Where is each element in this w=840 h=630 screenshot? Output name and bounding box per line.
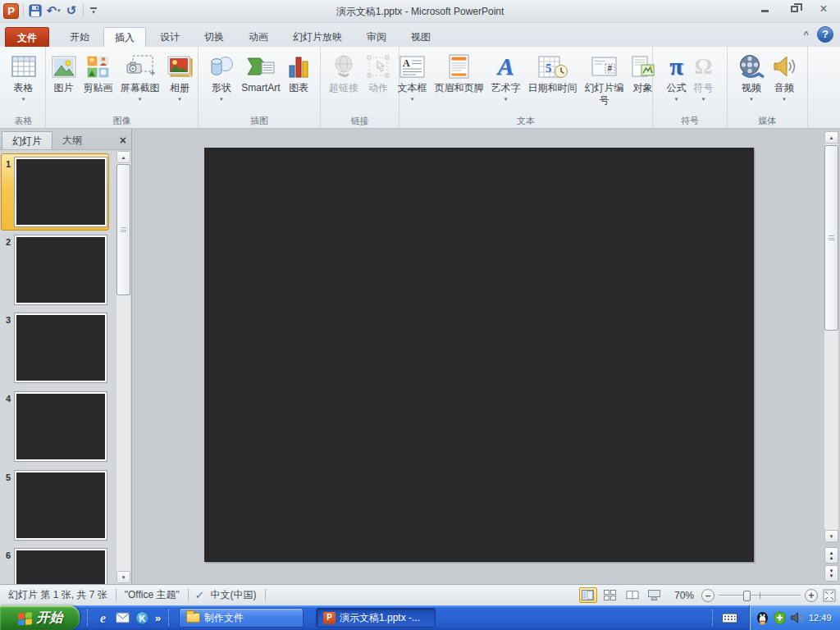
group-label: 媒体 — [729, 114, 806, 128]
fit-to-window-button[interactable] — [822, 588, 837, 603]
security-shield-icon[interactable] — [774, 611, 786, 625]
tab-review[interactable]: 审阅 — [356, 27, 397, 47]
photo-album-button[interactable]: 相册 ▾ — [164, 49, 196, 103]
slide-thumbnail-1[interactable]: 1 — [1, 153, 109, 231]
date-time-button[interactable]: 5 日期和时间 — [525, 49, 581, 94]
slider-knob[interactable] — [743, 591, 751, 601]
zoom-out-button[interactable]: – — [701, 589, 714, 602]
panel-scrollbar[interactable]: ▲ ▼ — [116, 151, 130, 583]
divider — [116, 589, 116, 601]
tab-slideshow[interactable]: 幻灯片放映 — [282, 27, 353, 47]
scrollbar-track[interactable] — [116, 163, 130, 571]
tab-animations[interactable]: 动画 — [238, 27, 279, 47]
help-button[interactable]: ? — [817, 26, 833, 43]
tab-view[interactable]: 视图 — [400, 27, 441, 47]
scrollbar-thumb[interactable] — [824, 145, 838, 331]
tab-design[interactable]: 设计 — [149, 27, 190, 47]
scroll-up-button[interactable]: ▲ — [824, 131, 838, 144]
slide-thumbnail-6[interactable]: 6 — [2, 549, 107, 584]
audio-button[interactable]: 音频 ▾ — [769, 49, 800, 103]
scrollbar-track[interactable] — [824, 144, 838, 530]
slide-thumbnail-3[interactable]: 3 — [2, 313, 107, 382]
taskbar-button-folder[interactable]: 制作文件 — [179, 608, 304, 628]
status-bar: 幻灯片 第 1 张, 共 7 张 "Office 主题" ✓ 中文(中国) 70… — [0, 584, 840, 605]
close-button[interactable]: × — [812, 2, 835, 16]
collapse-ribbon-button[interactable]: ^ — [804, 30, 809, 39]
clipart-button[interactable]: 剪贴画 — [80, 49, 116, 94]
tab-transitions[interactable]: 切换 — [194, 27, 235, 47]
header-footer-icon — [449, 54, 469, 79]
equation-button[interactable]: π 公式 ▾ — [664, 49, 690, 103]
slide-sorter-view-button[interactable] — [601, 587, 619, 603]
start-label: 开始 — [37, 609, 63, 627]
windows-logo-icon — [17, 610, 33, 625]
textbox-button[interactable]: A 文本框 ▾ — [395, 49, 431, 103]
chevron-down-icon: ▾ — [139, 96, 142, 103]
language-indicator[interactable]: 中文(中国) — [209, 588, 258, 602]
shapes-icon — [208, 55, 234, 79]
slide-counter[interactable]: 幻灯片 第 1 张, 共 7 张 — [7, 588, 109, 602]
table-button[interactable]: 表格 ▾ — [8, 49, 39, 103]
next-slide-button[interactable]: ▼ ▼ — [824, 565, 838, 582]
divider — [712, 609, 713, 626]
double-up-arrow-icon: ▲ — [829, 555, 834, 560]
tab-slides-thumbnails[interactable]: 幻灯片 — [2, 131, 52, 149]
scroll-down-button[interactable]: ▼ — [116, 571, 130, 583]
zoom-in-button[interactable]: + — [805, 589, 818, 602]
picture-button[interactable]: 图片 — [48, 49, 80, 94]
qq-tray-icon[interactable] — [756, 610, 769, 625]
wordart-button[interactable]: A 艺术字 ▾ — [488, 49, 524, 103]
slide-thumbnail-4[interactable]: 4 — [2, 392, 107, 461]
main-scrollbar[interactable]: ▲ ▼ ▲ ▲ ▼ ▼ — [824, 131, 838, 582]
close-panel-button[interactable]: × — [120, 135, 126, 146]
mail-icon[interactable] — [116, 612, 130, 623]
quick-launch-app-icon[interactable]: K — [135, 611, 149, 625]
theme-name[interactable]: "Office 主题" — [123, 588, 181, 602]
start-button[interactable]: 开始 — [0, 605, 80, 630]
group-label: 插图 — [200, 114, 318, 128]
scroll-up-button[interactable]: ▲ — [116, 151, 130, 163]
header-footer-button[interactable]: 页眉和页脚 — [431, 49, 487, 94]
slideshow-icon — [648, 590, 660, 600]
reading-view-icon — [626, 590, 639, 600]
screenshot-button[interactable]: 屏幕截图 ▾ — [117, 49, 163, 103]
chevron-down-icon: ▾ — [675, 96, 678, 103]
slide-sorter-icon — [604, 590, 616, 600]
ribbon-tab-row: 文件 开始 插入 设计 切换 动画 幻灯片放映 审阅 视图 — [0, 23, 840, 47]
slide-number-button[interactable]: # 幻灯片编号 — [582, 49, 628, 107]
current-slide[interactable] — [204, 148, 754, 562]
smartart-button[interactable]: SmartArt — [238, 49, 283, 94]
spellcheck-icon[interactable]: ✓ — [194, 589, 205, 601]
chart-button[interactable]: 图表 — [285, 49, 313, 94]
zoom-slider[interactable] — [719, 589, 801, 602]
window-title: 演示文稿1.pptx - Microsoft PowerPoint — [0, 5, 840, 19]
group-label: 表格 — [3, 114, 43, 128]
internet-explorer-icon[interactable]: e — [96, 611, 110, 625]
tab-outline[interactable]: 大纲 — [52, 131, 92, 149]
slideshow-view-button[interactable] — [646, 587, 664, 603]
volume-icon[interactable] — [790, 611, 803, 624]
minimize-button[interactable] — [753, 2, 776, 16]
input-method-keyboard-icon[interactable] — [722, 613, 737, 626]
action-button: 动作 — [363, 49, 394, 94]
scrollbar-thumb[interactable] — [116, 164, 130, 295]
restore-button[interactable] — [783, 2, 806, 16]
tab-home[interactable]: 开始 — [59, 27, 100, 47]
quick-launch-expand[interactable]: » — [155, 612, 161, 624]
slide-number-icon: # — [591, 57, 617, 77]
smartart-icon — [246, 55, 276, 78]
normal-view-button[interactable] — [579, 587, 597, 603]
tab-insert[interactable]: 插入 — [103, 27, 146, 47]
slide-thumbnail-2[interactable]: 2 — [2, 235, 107, 304]
zoom-level[interactable]: 70% — [674, 590, 694, 601]
group-label: 符号 — [655, 114, 725, 128]
previous-slide-button[interactable]: ▲ ▲ — [824, 547, 838, 564]
taskbar-button-powerpoint[interactable]: P 演示文稿1.pptx -... — [316, 608, 436, 628]
video-button[interactable]: 视频 ▾ — [735, 49, 768, 103]
tab-file[interactable]: 文件 — [5, 27, 49, 47]
taskbar-clock[interactable]: 12:49 — [809, 613, 832, 623]
scroll-down-button[interactable]: ▼ — [824, 530, 838, 542]
reading-view-button[interactable] — [623, 587, 641, 603]
slide-thumbnail-5[interactable]: 5 — [2, 471, 107, 540]
shapes-button[interactable]: 形状 ▾ — [205, 49, 237, 103]
